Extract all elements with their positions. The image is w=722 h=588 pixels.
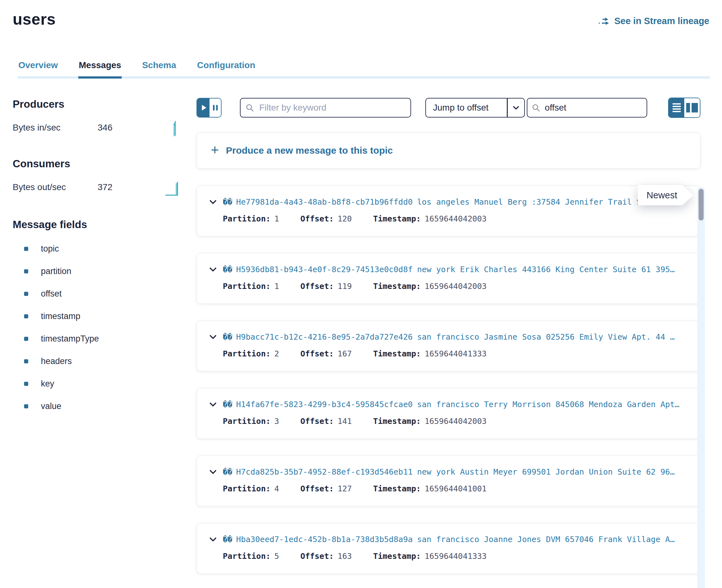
- play-pause-group: [197, 98, 222, 118]
- message-field-item-offset[interactable]: offset: [24, 290, 181, 298]
- partition-label: Partition:: [223, 551, 271, 561]
- list-view-button[interactable]: [669, 98, 684, 117]
- message-key-line: �� He77981da-4a43-48ab-b8f8-cb71b96ffdd0…: [209, 197, 691, 207]
- offset-label: Offset:: [301, 417, 334, 426]
- chevron-down-icon[interactable]: [209, 335, 216, 339]
- message-key: He77981da-4a43-48ab-b8f8-cb71b96ffdd0: [236, 197, 413, 207]
- tab-schema[interactable]: Schema: [141, 60, 177, 79]
- message-row[interactable]: �� H5936db81-b943-4e0f-8c29-74513e0c0d8f…: [197, 253, 700, 304]
- offset-value: 119: [337, 282, 352, 291]
- play-button[interactable]: [197, 99, 209, 117]
- message-meta-line: Partition:2 Offset:167 Timestamp:1659644…: [223, 349, 691, 358]
- consumers-metric-row: Bytes out/sec 372: [13, 178, 181, 196]
- message-key-line: �� H14fa67fe-5823-4299-b3c4-595845cfcae0…: [209, 400, 691, 409]
- producers-metric-row: Bytes in/sec 346: [13, 119, 181, 137]
- offset-search-input[interactable]: [544, 102, 642, 113]
- jump-to-offset-select[interactable]: Jump to offset: [425, 98, 525, 118]
- partition-value: 4: [274, 484, 279, 493]
- offset-value: 141: [337, 417, 352, 426]
- timestamp-label: Timestamp:: [373, 417, 421, 426]
- message-row[interactable]: �� H7cda825b-35b7-4952-88ef-c193d546eb11…: [197, 456, 700, 506]
- timestamp-label: Timestamp:: [373, 282, 421, 291]
- scrollbar-track[interactable]: [697, 187, 705, 588]
- message-row[interactable]: �� Hba30eed7-1edc-452b-8b1a-738d3b5d8a9a…: [197, 523, 700, 574]
- stream-lineage-link[interactable]: See in Stream lineage: [598, 16, 709, 26]
- chevron-down-icon[interactable]: [209, 537, 216, 542]
- message-fields-list: topic partition offset timestamp timesta…: [13, 245, 181, 411]
- key-prefix-glyphs: ��: [223, 535, 232, 544]
- key-prefix-glyphs: ��: [223, 197, 232, 207]
- partition-label: Partition:: [223, 349, 271, 358]
- partition-value: 2: [274, 349, 279, 358]
- offset-label: Offset:: [301, 551, 334, 561]
- message-field-item-timestamp[interactable]: timestamp: [24, 312, 181, 321]
- chevron-down-icon[interactable]: [209, 200, 216, 204]
- offset-value: 163: [337, 551, 352, 561]
- tab-label: Overview: [18, 60, 58, 70]
- partition-label: Partition:: [223, 214, 271, 223]
- chevron-down-icon[interactable]: [209, 470, 216, 474]
- timestamp-label: Timestamp:: [373, 214, 421, 223]
- consumers-heading: Consumers: [13, 158, 181, 170]
- timestamp-value: 1659644042003: [425, 214, 487, 223]
- message-field-item-value[interactable]: value: [24, 402, 181, 411]
- message-field-item-headers[interactable]: headers: [24, 357, 181, 365]
- main-panel: Jump to offset: [197, 79, 700, 574]
- message-fields-heading: Message fields: [13, 218, 181, 231]
- card-view-button[interactable]: [684, 98, 700, 117]
- pause-icon: [216, 105, 218, 110]
- plus-icon: +: [211, 143, 219, 157]
- timestamp-label: Timestamp:: [373, 551, 421, 561]
- tab-label: Configuration: [197, 60, 255, 70]
- message-meta-line: Partition:3 Offset:141 Timestamp:1659644…: [223, 417, 691, 426]
- key-prefix-glyphs: ��: [223, 332, 232, 341]
- stream-lineage-label: See in Stream lineage: [614, 16, 709, 26]
- field-bullet-icon: [24, 359, 28, 363]
- message-meta-line: Partition:1 Offset:119 Timestamp:1659644…: [223, 282, 691, 291]
- chevron-down-icon[interactable]: [209, 267, 216, 272]
- timestamp-value: 1659644042003: [425, 417, 487, 426]
- produce-message-button[interactable]: + Produce a new message to this topic: [197, 132, 700, 169]
- offset-label: Offset:: [301, 214, 334, 223]
- message-row[interactable]: �� H9bacc71c-b12c-4216-8e95-2a7da727e426…: [197, 321, 700, 371]
- message-value-preview: san francisco Terry Morrison 845068 Mend…: [417, 400, 680, 409]
- search-icon: [246, 104, 254, 112]
- message-key: H14fa67fe-5823-4299-b3c4-595845cfcae0: [236, 400, 413, 409]
- message-value-preview: san francisco Jasmine Sosa 025256 Emily …: [417, 332, 675, 341]
- message-meta-line: Partition:5 Offset:163 Timestamp:1659644…: [223, 551, 691, 561]
- jump-to-offset-group: Jump to offset: [425, 98, 647, 118]
- message-field-item-timestamptype[interactable]: timestampType: [24, 335, 181, 343]
- message-meta-line: Partition:4 Offset:127 Timestamp:1659644…: [223, 484, 691, 493]
- metric-label: Bytes out/sec: [13, 182, 98, 192]
- message-key: Hba30eed7-1edc-452b-8b1a-738d3b5d8a9a: [236, 535, 413, 544]
- partition-value: 3: [274, 417, 279, 426]
- message-field-item-key[interactable]: key: [24, 380, 181, 388]
- chevron-down-icon[interactable]: [209, 402, 216, 407]
- message-key-line: �� Hba30eed7-1edc-452b-8b1a-738d3b5d8a9a…: [209, 535, 691, 544]
- message-row[interactable]: �� He77981da-4a43-48ab-b8f8-cb71b96ffdd0…: [197, 186, 700, 236]
- message-field-item-partition[interactable]: partition: [24, 267, 181, 276]
- metric-label: Bytes in/sec: [13, 123, 98, 133]
- pause-button[interactable]: [209, 99, 221, 117]
- scrollbar-thumb[interactable]: [699, 189, 704, 220]
- keyword-filter-field[interactable]: [240, 98, 411, 118]
- bytes-in-sparkline-chart: [170, 119, 179, 137]
- field-bullet-icon: [24, 269, 28, 273]
- tab-overview[interactable]: Overview: [18, 60, 59, 79]
- message-key-line: �� H9bacc71c-b12c-4216-8e95-2a7da727e426…: [209, 332, 691, 341]
- toolbar: Jump to offset: [197, 98, 700, 118]
- tab-configuration[interactable]: Configuration: [197, 60, 256, 79]
- tab-messages[interactable]: Messages: [78, 60, 122, 79]
- metric-value: 346: [98, 123, 112, 133]
- message-key: H5936db81-b943-4e0f-8c29-74513e0c0d8f: [236, 265, 413, 274]
- tab-label: Schema: [142, 60, 176, 70]
- offset-search-field[interactable]: [527, 98, 647, 118]
- timestamp-value: 1659644042003: [425, 282, 487, 291]
- partition-value: 1: [274, 214, 279, 223]
- keyword-filter-input[interactable]: [259, 102, 405, 113]
- content: Producers Bytes in/sec 346 Consumers Byt…: [0, 79, 722, 574]
- message-row[interactable]: �� H14fa67fe-5823-4299-b3c4-595845cfcae0…: [197, 388, 700, 439]
- tab-bar: Overview Messages Schema Configuration: [0, 60, 722, 79]
- message-field-item-topic[interactable]: topic: [24, 245, 181, 253]
- offset-label: Offset:: [301, 349, 334, 358]
